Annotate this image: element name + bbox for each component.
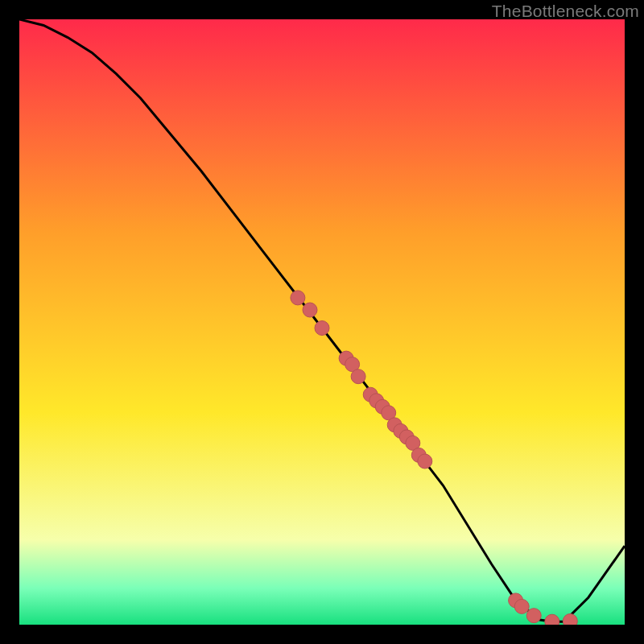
watermark-text: TheBottleneck.com xyxy=(492,2,639,21)
data-point xyxy=(351,369,365,384)
data-point xyxy=(303,303,317,317)
data-point xyxy=(514,599,529,613)
chart-plot xyxy=(19,19,625,625)
data-point xyxy=(315,321,329,336)
chart-svg xyxy=(19,19,625,625)
data-point xyxy=(563,614,577,625)
data-point xyxy=(418,454,432,469)
data-point xyxy=(545,614,559,625)
data-point xyxy=(291,291,305,305)
data-point xyxy=(526,609,541,623)
